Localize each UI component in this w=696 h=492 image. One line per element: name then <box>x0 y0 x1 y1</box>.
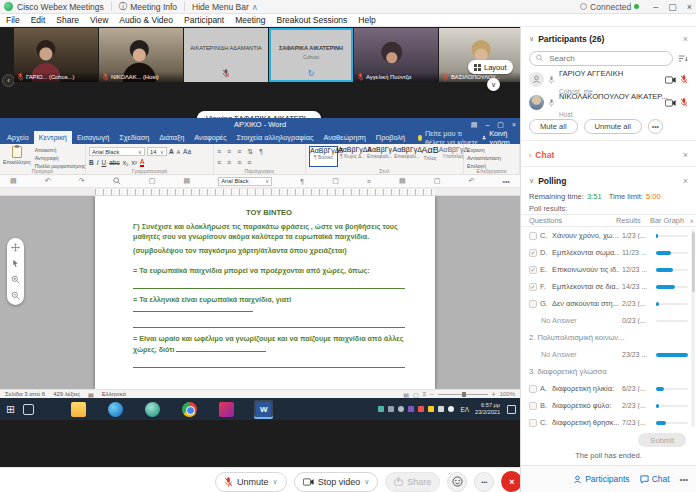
pan-tool-icon[interactable] <box>11 243 20 252</box>
chat-header[interactable]: › Chat × <box>521 146 696 164</box>
word-taskbar-button[interactable]: W <box>254 400 273 419</box>
tray-icon[interactable] <box>418 406 424 412</box>
copy-button[interactable]: Αντιγραφή <box>35 154 86 162</box>
toolbar-font-select[interactable]: Arial Black∨ <box>218 177 272 186</box>
hide-menu-bar-button[interactable]: Hide Menu Bar <box>192 2 249 12</box>
tab-file[interactable]: Αρχείο <box>0 131 34 144</box>
read-mode-icon[interactable]: ▤ <box>403 391 409 398</box>
ribbon-options-icon[interactable]: ▤ <box>471 121 478 129</box>
unmute-all-button[interactable]: Unmute all <box>584 119 642 134</box>
participant-row[interactable]: ΝΙΚΟΛΑΚΟΠΟΥΛΟΥ ΑΙΚΑΤΕΡ...Host <box>521 91 696 114</box>
chrome-icon[interactable] <box>182 402 197 417</box>
style-heading2[interactable]: ΑαΒβΓγΔΕπικεφαλί... <box>392 146 421 167</box>
style-no-spacing[interactable]: ΑαΒβΓγΔδ¶ Χωρίς Δ... <box>338 146 367 167</box>
font-name-select[interactable]: Arial Black∨ <box>89 147 145 156</box>
shrink-font-button[interactable]: A <box>177 149 180 155</box>
bullet-list-icon[interactable]: ≡ <box>217 148 221 155</box>
justify-icon[interactable]: ≡ <box>247 159 251 166</box>
poll-option-row[interactable]: ✓F.Εμπλέκονται σε δια...14/23 ... <box>521 278 696 295</box>
video-thumbnail-no-video[interactable]: ΑΙΚΑΤΕΡΙΝΙΔΗ ΑΔΑΜΑΝΤΙΑ <box>184 28 268 82</box>
participants-toggle-button[interactable]: Participants <box>573 474 629 484</box>
close-participants-icon[interactable]: × <box>683 34 688 44</box>
app-icon[interactable] <box>219 402 234 417</box>
zoom-in-icon[interactable] <box>11 275 20 284</box>
mute-all-button[interactable]: Mute all <box>529 119 578 134</box>
edge-browser-icon[interactable] <box>108 402 123 417</box>
checkbox[interactable] <box>529 300 537 308</box>
camera-on-icon[interactable] <box>665 76 676 84</box>
tab-mailings[interactable]: Στοιχεία αλληλογραφίας <box>232 131 319 144</box>
more-options-button[interactable]: ••• <box>474 472 494 492</box>
font-size-select[interactable]: 14∨ <box>147 147 167 156</box>
poll-option-row[interactable]: G.Δεν ασκούνται στη...2/23 (... <box>521 295 696 312</box>
tab-home[interactable]: Κεντρική <box>34 131 72 144</box>
document-page[interactable]: ΤΟΥ ΒΙΝΤΕΟ Γ) Συνέχισε και ολοκλήρωσε τι… <box>95 196 435 389</box>
tray-volume-icon[interactable] <box>448 406 454 412</box>
muted-mic-icon[interactable] <box>680 98 688 107</box>
page-icon[interactable]: ▢ <box>332 177 339 185</box>
style-title[interactable]: ΑαΒΤίτλος <box>421 146 438 167</box>
checkbox[interactable] <box>529 402 537 410</box>
video-thumbnail-active-speaker[interactable]: ΣΑΦΑΡΙΚΑ ΑΙΚΑΤΕΡΙΝΗ Cohost ↻ <box>269 28 353 82</box>
zoom-out-icon[interactable] <box>11 291 20 300</box>
zoom-in-button[interactable]: + <box>492 391 496 398</box>
page2-icon[interactable]: ▢ <box>434 177 441 185</box>
zoom-out-button[interactable]: – <box>430 391 433 397</box>
ruler[interactable] <box>0 188 520 196</box>
tab-view[interactable]: Προβολή <box>371 131 410 144</box>
checkbox[interactable] <box>529 419 537 427</box>
pointer-tool-icon[interactable] <box>11 259 20 268</box>
zoom-icon[interactable] <box>113 177 121 185</box>
tab-layout[interactable]: Διάταξη <box>154 131 189 144</box>
poll-option-row[interactable]: C.διαφορετική θρησκ...7/23 (... <box>521 414 696 431</box>
tab-design[interactable]: Σχεδίαση <box>114 131 154 144</box>
redo-icon[interactable]: ↷ <box>79 177 85 185</box>
scroll-up-icon[interactable]: ∧ <box>690 217 694 224</box>
menu-audio-video[interactable]: Audio & Video <box>119 15 173 25</box>
close-chat-icon[interactable]: × <box>683 150 688 160</box>
more-tools-icon[interactable]: ••• <box>502 178 509 185</box>
italic-button[interactable]: I <box>97 159 99 166</box>
menu-help[interactable]: Help <box>358 15 375 25</box>
poll-option-row[interactable]: ✓E.Επικοινωνούν τις ιδ...12/23 ... <box>521 261 696 278</box>
chat-toggle-button[interactable]: Chat <box>640 474 670 484</box>
close-polling-icon[interactable]: × <box>683 176 688 186</box>
language-indicator[interactable]: Ελληνικά <box>102 391 126 397</box>
stop-video-button[interactable]: Stop video ∨ <box>294 472 379 492</box>
action-center-button[interactable] <box>507 405 516 414</box>
grow-font-button[interactable]: A <box>169 148 174 155</box>
checkbox[interactable]: ✓ <box>529 283 537 291</box>
task-view-button[interactable] <box>23 404 34 415</box>
chevron-up-icon[interactable]: ∧ <box>252 2 258 12</box>
polling-header[interactable]: ∨ Polling × <box>521 172 696 190</box>
panel-more-button[interactable]: ••• <box>680 475 688 484</box>
underline-button[interactable]: U <box>102 159 107 166</box>
save-icon[interactable]: ▤ <box>10 177 17 185</box>
reactions-button[interactable] <box>447 472 467 492</box>
superscript-button[interactable]: x² <box>131 159 136 166</box>
maximize-button[interactable]: ▢ <box>668 2 677 12</box>
menu-file[interactable]: File <box>6 15 20 25</box>
replace-button[interactable]: Αντικατάσταση <box>467 154 516 162</box>
web-layout-icon[interactable]: ≡ <box>423 391 427 397</box>
browser-globe-icon[interactable] <box>145 402 160 417</box>
tray-icon[interactable] <box>378 406 384 412</box>
menu-view[interactable]: View <box>90 15 108 25</box>
tab-insert[interactable]: Εισαγωγή <box>72 131 114 144</box>
start-button[interactable]: ⊞ <box>6 403 15 416</box>
taskbar-clock[interactable]: 6:57 μμ 23/2/2021 <box>475 402 500 417</box>
columns-icon[interactable]: ≡ <box>367 178 371 185</box>
checkbox[interactable] <box>529 232 537 240</box>
change-case-button[interactable]: Aa <box>183 148 191 155</box>
poll-option-row[interactable]: ✓D.Εμπλέκονται σωμα...11/23 ... <box>521 244 696 261</box>
tray-icon[interactable] <box>428 406 434 412</box>
sort-icon[interactable]: ⇅ <box>247 148 253 156</box>
close-button[interactable]: × <box>687 2 692 12</box>
tab-references[interactable]: Αναφορές <box>189 131 231 144</box>
word-minimize-button[interactable]: – <box>485 121 489 128</box>
menu-meeting[interactable]: Meeting <box>235 15 265 25</box>
draw-icon[interactable]: ↶ <box>468 177 474 185</box>
minimize-button[interactable]: – <box>653 2 658 12</box>
align-right-icon[interactable]: ≡ <box>237 159 241 166</box>
tab-review[interactable]: Αναθεώρηση <box>318 131 370 144</box>
